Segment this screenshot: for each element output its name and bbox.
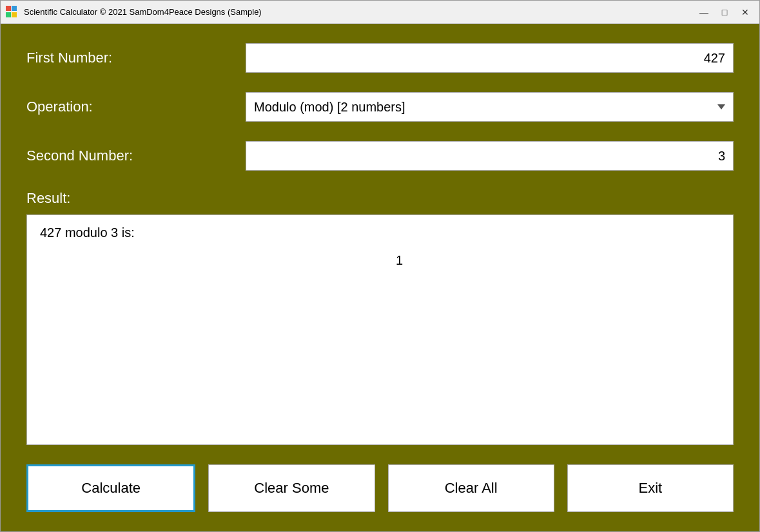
exit-button[interactable]: Exit xyxy=(567,464,734,512)
second-number-label: Second Number: xyxy=(26,147,246,164)
window-controls: — □ ✕ xyxy=(695,5,754,20)
first-number-input[interactable] xyxy=(246,43,734,73)
result-value: 1 xyxy=(40,253,720,268)
calculate-button[interactable]: Calculate xyxy=(26,464,195,512)
operation-label: Operation: xyxy=(26,99,246,115)
operation-row: Operation: Modulo (mod) [2 numbers] Addi… xyxy=(26,92,734,122)
main-content: First Number: Operation: Modulo (mod) [2… xyxy=(1,24,759,531)
result-box: 427 modulo 3 is: 1 xyxy=(26,214,734,445)
result-label: Result: xyxy=(26,190,734,207)
window-title: Scientific Calculator © 2021 SamDom4Peac… xyxy=(24,7,695,17)
app-icon xyxy=(6,6,19,19)
clear-all-button[interactable]: Clear All xyxy=(388,464,554,512)
second-number-input[interactable] xyxy=(246,141,734,171)
second-number-row: Second Number: xyxy=(26,141,734,171)
clear-some-button[interactable]: Clear Some xyxy=(208,464,375,512)
operation-select[interactable]: Modulo (mod) [2 numbers] Addition [2 num… xyxy=(246,92,734,122)
maximize-button[interactable]: □ xyxy=(716,5,734,20)
close-button[interactable]: ✕ xyxy=(736,5,754,20)
titlebar: Scientific Calculator © 2021 SamDom4Peac… xyxy=(1,1,759,24)
minimize-button[interactable]: — xyxy=(695,5,713,20)
first-number-row: First Number: xyxy=(26,43,734,73)
main-window: Scientific Calculator © 2021 SamDom4Peac… xyxy=(0,0,760,532)
result-text: 427 modulo 3 is: xyxy=(40,225,720,240)
first-number-label: First Number: xyxy=(26,50,246,66)
button-row: Calculate Clear Some Clear All Exit xyxy=(26,464,734,512)
